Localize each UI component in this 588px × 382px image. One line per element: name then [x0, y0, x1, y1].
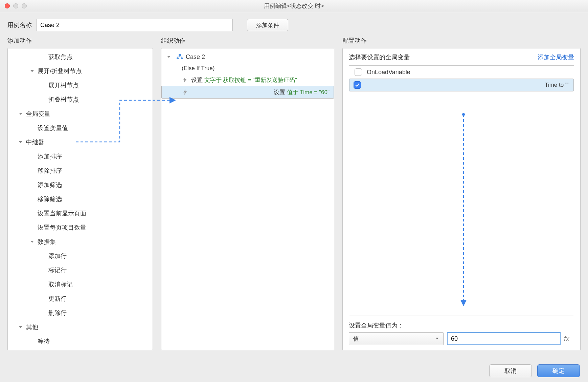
action-tree-item[interactable]: 取消标记	[8, 277, 153, 292]
action-tree-label: 中继器	[26, 138, 44, 146]
action-tree-item[interactable]: 展开树节点	[8, 78, 153, 92]
variable-list[interactable]: OnLoadVariableTime to ""	[349, 65, 574, 316]
action-tree-label: 设置当前显示页面	[38, 209, 86, 217]
case-name-input[interactable]	[37, 19, 233, 31]
action-tree-item[interactable]: 折叠树节点	[8, 92, 153, 107]
value-mode-label: 值	[353, 335, 359, 343]
action-prefix: 设置	[191, 77, 203, 83]
action-tree-label: 获取焦点	[48, 53, 73, 61]
chevron-down-icon	[435, 335, 439, 342]
action-tree-item[interactable]: 数据集	[8, 235, 153, 249]
action-tree-label: 取消标记	[48, 280, 73, 289]
svg-rect-1	[177, 58, 179, 59]
window-title: 用例编辑<状态改变 时>	[0, 2, 588, 10]
action-tree-label: 折叠树节点	[48, 96, 79, 104]
add-action-title: 添加动作	[7, 37, 153, 45]
ok-button[interactable]: 确定	[537, 364, 580, 377]
action-prefix: 设置	[274, 89, 285, 96]
flowchart-icon	[176, 54, 183, 60]
svg-rect-0	[179, 54, 181, 56]
variable-name: Time to ""	[545, 82, 569, 88]
action-tree-item[interactable]: 添加排序	[8, 149, 153, 164]
value-input[interactable]	[447, 332, 561, 345]
organize-tree[interactable]: Case 2 (Else If True) 设置 文字于 获取按钮 = "重新发…	[161, 48, 334, 101]
action-tree-label: 删除行	[48, 309, 67, 317]
titlebar: 用例编辑<状态改变 时>	[0, 0, 588, 12]
action-tree-item[interactable]: 添加筛选	[8, 178, 153, 192]
case-node-label: Case 2	[186, 54, 205, 61]
case-name-label: 用例名称	[7, 21, 32, 29]
fx-button[interactable]: fx	[564, 335, 574, 343]
action-tree-item[interactable]: 更新行	[8, 292, 153, 306]
chevron-down-icon[interactable]	[166, 54, 172, 60]
checkbox[interactable]	[355, 68, 362, 76]
case-node[interactable]: Case 2	[161, 51, 334, 63]
action-tree-item[interactable]: 展开/折叠树节点	[8, 64, 153, 78]
action-tree-label: 标记行	[48, 266, 67, 274]
action-tree-item[interactable]: 标记行	[8, 263, 153, 277]
action-tree-label: 添加排序	[38, 152, 62, 161]
action-tree-item[interactable]: 等待	[8, 334, 153, 348]
action-tree-item[interactable]: 移除筛选	[8, 192, 153, 206]
chevron-down-icon[interactable]	[18, 324, 23, 330]
bolt-icon	[182, 89, 188, 95]
action-tree-label: 更新行	[48, 295, 67, 303]
action-tree-item[interactable]: 添加行	[8, 249, 153, 263]
add-global-var-link[interactable]: 添加全局变量	[538, 53, 574, 61]
set-value-label: 设置全局变量值为：	[349, 321, 574, 330]
svg-rect-2	[181, 58, 183, 59]
action-tree[interactable]: 获取焦点展开/折叠树节点展开树节点折叠树节点全局变量设置变量值中继器添加排序移除…	[8, 48, 153, 350]
action-tree-label: 添加行	[48, 252, 67, 260]
add-condition-button[interactable]: 添加条件	[247, 19, 288, 31]
bolt-icon	[182, 77, 188, 83]
action-tree-item[interactable]: 全局变量	[8, 107, 153, 121]
organize-title: 组织动作	[161, 37, 334, 45]
action-tree-label: 等待	[38, 337, 50, 345]
variable-name: OnLoadVariable	[367, 69, 410, 76]
action-tree-label: 设置每页项目数量	[38, 224, 86, 232]
configure-header-label: 选择要设置的全局变量	[349, 53, 410, 61]
action-tree-item[interactable]: 设置当前显示页面	[8, 206, 153, 220]
action-tree-label: 其他	[26, 323, 38, 331]
variable-row[interactable]: OnLoadVariable	[349, 66, 574, 79]
chevron-down-icon[interactable]	[18, 111, 23, 116]
action-tree-label: 数据集	[38, 238, 56, 246]
variable-row[interactable]: Time to ""	[349, 79, 574, 91]
action-tree-label: 添加筛选	[38, 181, 62, 189]
checkbox[interactable]	[354, 81, 361, 89]
action-tree-label: 展开/折叠树节点	[38, 67, 82, 75]
action-details: 文字于 获取按钮 = "重新发送验证码"	[203, 77, 297, 83]
action-tree-item[interactable]: 获取焦点	[8, 50, 153, 64]
action-tree-label: 全局变量	[26, 110, 50, 118]
action-details: 值于 Time = "60"	[285, 89, 330, 96]
action-tree-item[interactable]: 设置每页项目数量	[8, 220, 153, 235]
action-tree-label: 移除排序	[38, 167, 62, 175]
action-tree-label: 移除筛选	[38, 195, 62, 203]
chevron-down-icon[interactable]	[29, 239, 35, 245]
organize-action-row[interactable]: 设置 文字于 获取按钮 = "重新发送验证码"	[161, 74, 334, 86]
value-mode-select[interactable]: 值	[349, 332, 444, 345]
action-tree-item[interactable]: 设置变量值	[8, 121, 153, 135]
cancel-button[interactable]: 取消	[489, 364, 532, 377]
action-tree-item[interactable]: 其他	[8, 320, 153, 334]
chevron-down-icon[interactable]	[29, 68, 35, 74]
action-tree-item[interactable]: 中继器	[8, 135, 153, 149]
case-condition: (Else If True)	[161, 63, 334, 74]
action-tree-label: 展开树节点	[48, 81, 79, 89]
action-tree-item[interactable]: 删除行	[8, 306, 153, 320]
action-tree-item[interactable]: 移除排序	[8, 164, 153, 178]
action-tree-label: 设置变量值	[38, 124, 68, 132]
organize-action-row[interactable]: 设置 值于 Time = "60"	[161, 86, 334, 99]
case-row: 用例名称 添加条件	[0, 12, 588, 37]
configure-title: 配置动作	[342, 37, 581, 45]
chevron-down-icon[interactable]	[18, 140, 23, 145]
